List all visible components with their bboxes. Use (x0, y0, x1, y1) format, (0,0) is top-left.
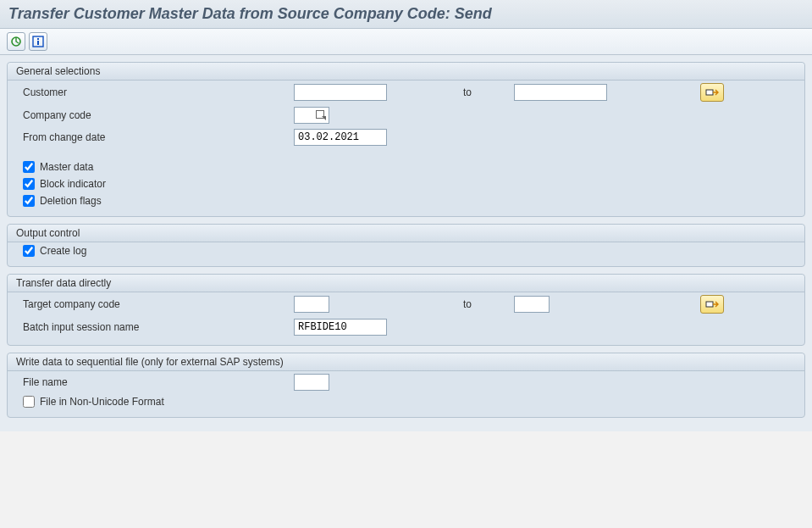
target-company-code-to-input[interactable] (514, 296, 550, 313)
page-title: Transfer Customer Master Data from Sourc… (8, 5, 804, 23)
group-general-selections: General selections Customer to Company c… (7, 62, 805, 217)
multiselect-icon (705, 299, 719, 309)
group-transfer-directly: Transfer data directly Target company co… (7, 274, 805, 346)
block-indicator-label: Block indicator (40, 178, 106, 190)
create-log-checkbox[interactable] (23, 245, 35, 257)
multiselect-icon (705, 87, 719, 97)
group-title-file: Write data to sequential file (only for … (8, 353, 804, 371)
group-title-general: General selections (8, 63, 804, 81)
group-title-output: Output control (8, 225, 804, 242)
content-area: General selections Customer to Company c… (0, 55, 812, 431)
target-company-code-to-label: to (463, 298, 505, 310)
file-name-label: File name (23, 376, 294, 388)
svg-rect-5 (706, 302, 713, 307)
row-company-code: Company code (8, 104, 804, 126)
from-change-date-label: From change date (23, 131, 294, 143)
group-title-transfer: Transfer data directly (8, 275, 804, 292)
row-master-data: Master data (8, 158, 804, 175)
row-create-log: Create log (8, 242, 804, 259)
svg-rect-4 (706, 90, 713, 95)
title-bar: Transfer Customer Master Data from Sourc… (0, 0, 812, 29)
execute-icon (10, 36, 22, 47)
app-toolbar (0, 29, 812, 55)
target-company-code-label: Target company code (23, 298, 294, 310)
from-change-date-input[interactable] (294, 129, 387, 146)
batch-session-label: Batch input session name (23, 321, 294, 333)
master-data-label: Master data (40, 161, 93, 173)
non-unicode-label: File in Non-Unicode Format (40, 396, 164, 408)
row-non-unicode: File in Non-Unicode Format (8, 393, 804, 410)
info-button[interactable] (29, 32, 47, 51)
target-company-code-multiselect-button[interactable] (700, 295, 724, 314)
non-unicode-checkbox[interactable] (23, 396, 35, 408)
row-batch-session: Batch input session name (8, 316, 804, 338)
execute-button[interactable] (7, 32, 25, 51)
row-from-change-date: From change date (8, 126, 804, 148)
row-block-indicator: Block indicator (8, 175, 804, 192)
customer-from-input[interactable] (294, 84, 387, 101)
block-indicator-checkbox[interactable] (23, 178, 35, 190)
svg-rect-2 (37, 38, 39, 40)
deletion-flags-label: Deletion flags (40, 195, 102, 207)
row-target-company-code: Target company code to (8, 292, 804, 316)
file-name-input[interactable] (294, 374, 329, 391)
master-data-checkbox[interactable] (23, 161, 35, 173)
svg-rect-3 (37, 41, 39, 45)
info-icon (32, 36, 44, 47)
target-company-code-from-input[interactable] (294, 296, 329, 313)
row-deletion-flags: Deletion flags (8, 192, 804, 209)
company-code-input[interactable] (294, 107, 329, 124)
customer-to-input[interactable] (514, 84, 607, 101)
create-log-label: Create log (40, 245, 86, 257)
customer-to-label: to (463, 86, 505, 98)
row-file-name: File name (8, 371, 804, 393)
deletion-flags-checkbox[interactable] (23, 195, 35, 207)
customer-label: Customer (23, 86, 294, 98)
batch-session-input[interactable] (294, 319, 387, 336)
customer-multiselect-button[interactable] (700, 83, 724, 102)
group-output-control: Output control Create log (7, 224, 805, 267)
company-code-label: Company code (23, 109, 294, 121)
row-customer: Customer to (8, 81, 804, 104)
group-sequential-file: Write data to sequential file (only for … (7, 353, 805, 418)
